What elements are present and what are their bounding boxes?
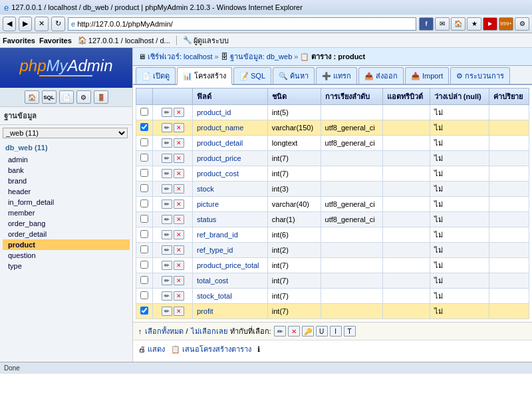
youtube-icon[interactable]: ▶ <box>483 17 497 31</box>
badge-icon[interactable]: 999+ <box>499 17 513 31</box>
row-checkbox[interactable] <box>140 154 148 162</box>
fav-item-2[interactable]: 🔧 ผู้ดูแลระบบ <box>181 35 231 47</box>
row-delete-icon[interactable]: ✕ <box>174 154 184 163</box>
back-button[interactable]: ◀ <box>3 17 16 31</box>
row-checkbox[interactable] <box>140 184 148 192</box>
field-link[interactable]: stock_total <box>197 292 232 300</box>
row-checkbox[interactable] <box>140 200 148 207</box>
home-icon[interactable]: 🏠 <box>451 17 466 31</box>
field-link[interactable]: product_name <box>197 124 243 132</box>
row-edit-icon[interactable]: ✏ <box>162 123 172 132</box>
deselect-all-link[interactable]: ไม่เลือกเลย <box>191 325 227 337</box>
tab-structure[interactable]: 📊โครงสร้าง <box>177 67 232 85</box>
row-edit-icon[interactable]: ✏ <box>162 261 172 270</box>
row-delete-icon[interactable]: ✕ <box>174 215 184 224</box>
tab-sql[interactable]: 📝SQL <box>233 67 271 84</box>
index-action-icon[interactable]: I <box>330 326 342 336</box>
sidebar-table-item[interactable]: order_bang <box>3 218 130 229</box>
delete-action-icon[interactable]: ✕ <box>288 326 300 336</box>
row-edit-icon[interactable]: ✏ <box>162 215 172 224</box>
row-checkbox[interactable] <box>140 230 148 238</box>
field-link[interactable]: profit <box>197 307 213 315</box>
tab-export[interactable]: 📤ส่งออก <box>358 67 404 84</box>
tab-search[interactable]: 🔍ค้นหา <box>273 67 315 84</box>
tab-operations[interactable]: ⚙กระบวนการ <box>450 67 510 84</box>
field-link[interactable]: status <box>197 215 216 223</box>
row-edit-icon[interactable]: ✏ <box>162 184 172 194</box>
row-checkbox[interactable] <box>140 291 148 299</box>
sidebar-sql-icon[interactable]: SQL <box>42 90 57 104</box>
sidebar-table-item[interactable]: member <box>3 207 130 218</box>
row-edit-icon[interactable]: ✏ <box>162 108 172 117</box>
settings-icon[interactable]: ⚙ <box>515 17 529 31</box>
sidebar-exit-icon[interactable]: 🚪 <box>94 90 108 104</box>
row-edit-icon[interactable]: ✏ <box>162 307 172 316</box>
row-edit-icon[interactable]: ✏ <box>162 230 172 239</box>
field-link[interactable]: product_id <box>197 108 231 116</box>
field-link[interactable]: ref_brand_id <box>197 231 238 239</box>
field-link[interactable]: ref_type_id <box>197 246 233 254</box>
edit-action-icon[interactable]: ✏ <box>274 326 286 336</box>
sidebar-table-item[interactable]: order_detail <box>3 229 130 239</box>
primary-action-icon[interactable]: 🔑 <box>302 326 314 336</box>
sidebar-docs-icon[interactable]: 📄 <box>59 90 74 104</box>
sidebar-table-item[interactable]: bank <box>3 165 130 176</box>
field-link[interactable]: picture <box>197 200 219 208</box>
field-link[interactable]: product_price <box>197 154 241 162</box>
tab-import[interactable]: 📥Import <box>405 67 449 84</box>
star-icon[interactable]: ★ <box>467 17 481 31</box>
sidebar-table-item[interactable]: product <box>3 239 130 250</box>
refresh-button[interactable]: ↻ <box>51 17 65 31</box>
sidebar-table-item[interactable]: type <box>3 261 130 271</box>
sidebar-table-item[interactable]: question <box>3 250 130 261</box>
row-checkbox[interactable] <box>140 123 148 131</box>
row-delete-icon[interactable]: ✕ <box>174 108 184 117</box>
sidebar-table-item[interactable]: brand <box>3 176 130 186</box>
print-link[interactable]: แสดง <box>148 345 165 353</box>
forward-button[interactable]: ▶ <box>19 17 32 31</box>
sidebar-table-item[interactable]: in_form_detail <box>3 197 130 207</box>
row-delete-icon[interactable]: ✕ <box>174 169 184 178</box>
fb-icon[interactable]: f <box>419 17 434 31</box>
row-delete-icon[interactable]: ✕ <box>174 307 184 316</box>
field-link[interactable]: product_price_total <box>197 261 259 269</box>
row-checkbox[interactable] <box>140 215 148 223</box>
row-checkbox[interactable] <box>140 138 148 146</box>
fav-item-1[interactable]: 🏠 127.0.0.1 / localhost / d... <box>76 36 172 45</box>
row-checkbox[interactable] <box>140 245 148 253</box>
row-delete-icon[interactable]: ✕ <box>174 291 184 301</box>
row-edit-icon[interactable]: ✏ <box>162 138 172 148</box>
row-delete-icon[interactable]: ✕ <box>174 123 184 132</box>
db-section[interactable]: db_web (11) <box>0 141 132 154</box>
row-delete-icon[interactable]: ✕ <box>174 184 184 194</box>
field-link[interactable]: stock <box>197 185 214 193</box>
sidebar-settings-icon[interactable]: ⚙ <box>76 90 91 104</box>
field-link[interactable]: total_cost <box>197 277 228 285</box>
row-checkbox[interactable] <box>140 261 148 269</box>
row-delete-icon[interactable]: ✕ <box>174 276 184 285</box>
row-checkbox[interactable] <box>140 169 148 177</box>
server-link[interactable]: เซิร์ฟเวอร์: localhost <box>148 51 213 63</box>
row-delete-icon[interactable]: ✕ <box>174 261 184 270</box>
row-edit-icon[interactable]: ✏ <box>162 291 172 301</box>
row-edit-icon[interactable]: ✏ <box>162 245 172 255</box>
address-bar[interactable]: e http://127.0.0.1/phpMyAdmin/ <box>68 17 416 31</box>
row-edit-icon[interactable]: ✏ <box>162 154 172 163</box>
db-select[interactable]: _web (11) <box>3 128 128 138</box>
row-checkbox[interactable] <box>140 307 148 315</box>
unique-action-icon[interactable]: U <box>316 326 328 336</box>
field-link[interactable]: product_cost <box>197 170 239 178</box>
sidebar-table-item[interactable]: admin <box>3 154 130 165</box>
row-delete-icon[interactable]: ✕ <box>174 200 184 209</box>
select-all-link[interactable]: เลือกทั้งหมด <box>145 325 184 337</box>
tab-insert[interactable]: ➕แทรก <box>316 67 357 84</box>
tab-browse[interactable]: 📄เปิดดู <box>136 67 176 84</box>
row-edit-icon[interactable]: ✏ <box>162 276 172 285</box>
stop-button[interactable]: ✕ <box>35 17 49 31</box>
field-link[interactable]: product_detail <box>197 139 243 147</box>
row-checkbox[interactable] <box>140 108 148 116</box>
db-link[interactable]: ฐานข้อมูล: db_web <box>230 51 293 63</box>
row-edit-icon[interactable]: ✏ <box>162 200 172 209</box>
sidebar-home-icon[interactable]: 🏠 <box>25 90 39 104</box>
mail-icon[interactable]: ✉ <box>435 17 450 31</box>
